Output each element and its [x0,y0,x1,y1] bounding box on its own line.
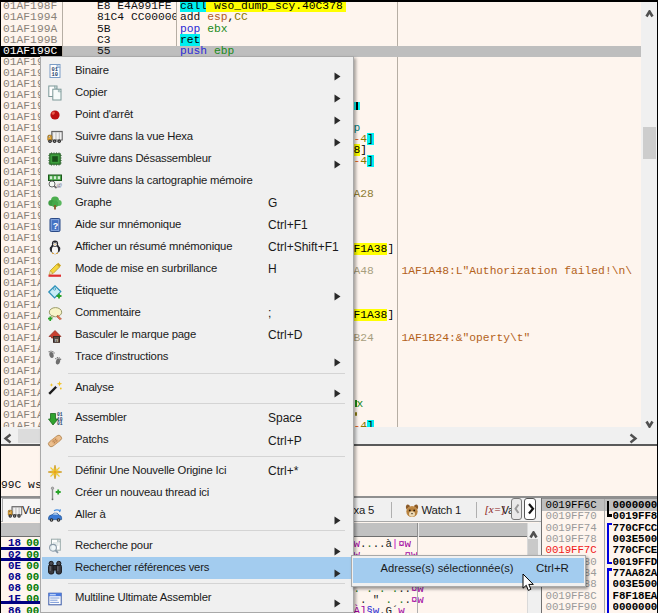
svg-text:n: n [55,336,58,342]
svg-text:01: 01 [57,421,63,426]
svg-text:@: @ [57,182,63,188]
svg-text:10: 10 [52,72,58,78]
svg-text:?: ? [53,221,59,231]
